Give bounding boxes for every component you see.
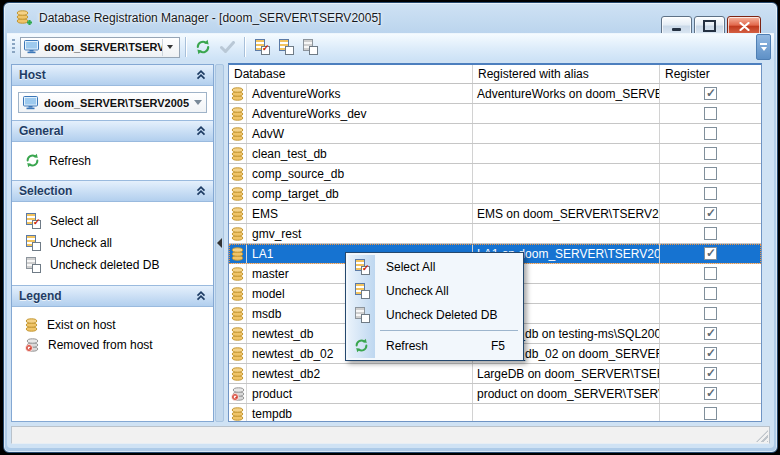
- table-row[interactable]: tempdb: [229, 404, 761, 422]
- register-checkbox[interactable]: [704, 287, 717, 300]
- sidebar-item-label: Select all: [50, 214, 99, 228]
- table-row[interactable]: EMS EMS on doom_SERVER\TSERV2005: [229, 204, 761, 224]
- close-icon: [739, 22, 750, 31]
- resize-grip-icon[interactable]: [756, 430, 768, 442]
- database-alias: EMS on doom_SERVER\TSERV2005: [473, 204, 660, 223]
- toolbar-overflow-button[interactable]: [756, 34, 771, 60]
- table-row[interactable]: AdventureWorks_dev: [229, 104, 761, 124]
- sidebar-splitter[interactable]: [215, 64, 224, 422]
- collapse-chevron-icon[interactable]: [196, 70, 206, 80]
- database-name: tempdb: [247, 404, 473, 422]
- host-section-content: doom_SERVER\TSERV2005: [12, 86, 213, 120]
- database-alias: [473, 124, 660, 143]
- legend-section-content: Exist on host Removed from host: [12, 307, 213, 421]
- database-name: AdvW: [247, 124, 473, 143]
- uncheck-all-icon: [25, 235, 41, 251]
- menu-item-label: Uncheck All: [386, 284, 449, 298]
- refresh-icon: [25, 153, 40, 168]
- register-checkbox[interactable]: [704, 167, 717, 180]
- sidebar-item-refresh[interactable]: Refresh: [12, 150, 213, 171]
- register-checkbox[interactable]: [704, 87, 717, 100]
- refresh-button[interactable]: [191, 36, 215, 58]
- toolbar-grip[interactable]: [12, 39, 15, 55]
- register-checkbox[interactable]: [704, 387, 717, 400]
- sidebar-section-host[interactable]: Host: [12, 65, 213, 86]
- menu-item-uncheck-deleted[interactable]: Uncheck Deleted DB: [348, 303, 521, 327]
- collapse-chevron-icon[interactable]: [196, 126, 206, 136]
- menu-item-select-all[interactable]: Select All: [348, 255, 521, 279]
- table-row[interactable]: comp_target_db: [229, 184, 761, 204]
- legend-item-label: Exist on host: [47, 318, 116, 332]
- database-alias: AdventureWorks on doom_SERVER\TSERV2005: [473, 84, 660, 103]
- collapse-chevron-icon[interactable]: [196, 291, 206, 301]
- column-header-database[interactable]: Database: [229, 65, 473, 83]
- table-row[interactable]: AdvW: [229, 124, 761, 144]
- database-alias: [473, 144, 660, 163]
- grid-header: Database Registered with alias Register: [229, 65, 761, 84]
- table-row[interactable]: gmv_rest: [229, 224, 761, 244]
- register-checkbox[interactable]: [704, 127, 717, 140]
- database-grid: Database Registered with alias Register …: [228, 63, 762, 422]
- collapse-chevron-icon[interactable]: [196, 186, 206, 196]
- register-checkbox[interactable]: [704, 147, 717, 160]
- register-checkbox[interactable]: [704, 187, 717, 200]
- sidebar-item-uncheck-all[interactable]: Uncheck all: [12, 232, 213, 254]
- sidebar-item-select-all[interactable]: Select all: [12, 210, 213, 232]
- register-checkbox[interactable]: [704, 107, 717, 120]
- database-name: EMS: [247, 204, 473, 223]
- menu-item-label: Refresh: [386, 339, 428, 353]
- uncheck-deleted-button[interactable]: [298, 36, 322, 58]
- column-header-register[interactable]: Register: [660, 65, 761, 83]
- chevron-down-icon[interactable]: [162, 39, 177, 56]
- database-exist-icon: [231, 107, 244, 121]
- column-header-alias[interactable]: Registered with alias: [473, 65, 660, 83]
- register-checkbox[interactable]: [704, 327, 717, 340]
- database-name: comp_source_db: [247, 164, 473, 183]
- database-removed-icon: [25, 338, 39, 352]
- register-checkbox[interactable]: [704, 207, 717, 220]
- select-all-button[interactable]: [250, 36, 274, 58]
- legend-item-removed: Removed from host: [12, 335, 213, 355]
- uncheck-all-icon: [278, 39, 294, 55]
- sidebar-item-label: Uncheck all: [50, 236, 112, 250]
- window-title: Database Registration Manager - [doom_SE…: [39, 11, 381, 25]
- database-alias: [473, 104, 660, 123]
- section-title: General: [19, 124, 64, 138]
- table-row[interactable]: clean_test_db: [229, 144, 761, 164]
- select-all-icon: [25, 213, 41, 229]
- database-exist-icon: [231, 87, 244, 101]
- app-window: Database Registration Manager - [doom_SE…: [3, 2, 778, 453]
- menu-item-refresh[interactable]: Refresh F5: [348, 334, 521, 358]
- table-row[interactable]: product product on doom_SERVER\TSERV2005: [229, 384, 761, 404]
- database-exist-icon: [231, 347, 244, 361]
- apply-button[interactable]: [215, 36, 239, 58]
- register-checkbox[interactable]: [704, 247, 717, 260]
- database-exist-icon: [231, 247, 244, 261]
- register-checkbox[interactable]: [704, 227, 717, 240]
- register-checkbox[interactable]: [704, 407, 717, 420]
- sidebar-section-legend[interactable]: Legend: [12, 285, 213, 307]
- database-alias: [473, 184, 660, 203]
- table-row[interactable]: newtest_db2 LargeDB on doom_SERVER\TSERV…: [229, 364, 761, 384]
- collapse-left-icon[interactable]: [217, 238, 222, 248]
- main-area: Host doom_SERVER\TSERV2005 General: [7, 60, 774, 448]
- register-checkbox[interactable]: [704, 347, 717, 360]
- sidebar-item-uncheck-deleted[interactable]: Uncheck deleted DB: [12, 254, 213, 276]
- register-checkbox[interactable]: [704, 267, 717, 280]
- section-title: Host: [19, 68, 46, 82]
- host-server-combo[interactable]: doom_SERVER\TSERV2005: [18, 92, 207, 113]
- menu-item-uncheck-all[interactable]: Uncheck All: [348, 279, 521, 303]
- database-exist-icon: [231, 267, 244, 281]
- desktop-background: { "window": { "title": "Database Registr…: [0, 0, 780, 455]
- toolbar: doom_SERVER\TSERV2005: [7, 33, 774, 61]
- table-row[interactable]: comp_source_db: [229, 164, 761, 184]
- register-checkbox[interactable]: [704, 367, 717, 380]
- server-combo[interactable]: doom_SERVER\TSERV2005: [20, 37, 180, 58]
- sidebar-section-selection[interactable]: Selection: [12, 180, 213, 202]
- table-row[interactable]: AdventureWorks AdventureWorks on doom_SE…: [229, 84, 761, 104]
- title-bar[interactable]: Database Registration Manager - [doom_SE…: [4, 3, 777, 33]
- sidebar-section-general[interactable]: General: [12, 120, 213, 142]
- register-checkbox[interactable]: [704, 307, 717, 320]
- uncheck-all-button[interactable]: [274, 36, 298, 58]
- status-bar: [11, 426, 770, 444]
